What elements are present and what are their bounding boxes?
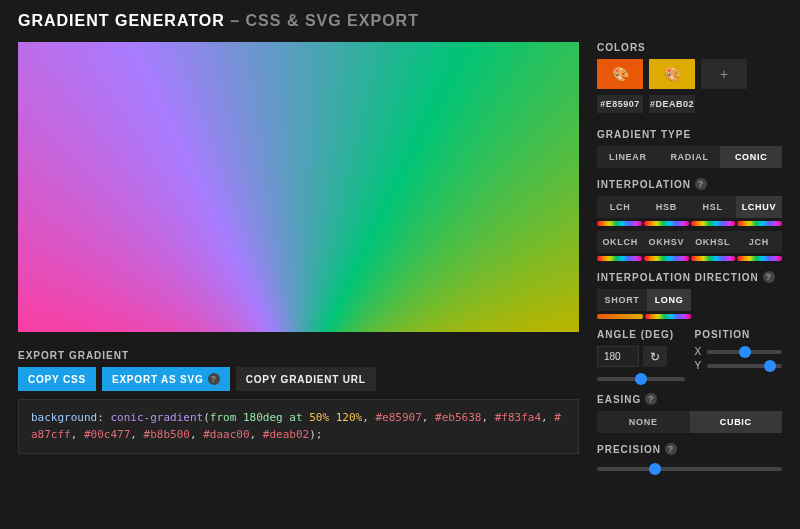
export-label: EXPORT GRADIENT	[18, 350, 579, 361]
rainbow-strip	[597, 314, 643, 319]
hex-chip-0[interactable]: #E85907	[597, 95, 643, 113]
colors-section: COLORS 🎨 🎨 + #E85907 #DEAB02	[597, 42, 782, 119]
gradient-type-radial[interactable]: RADIAL	[659, 146, 721, 168]
rainbow-strip	[691, 256, 736, 261]
rainbow-strip	[737, 221, 782, 226]
color-swatch-0[interactable]: 🎨	[597, 59, 643, 89]
position-x-slider[interactable]	[707, 350, 782, 354]
gradient-type-linear[interactable]: LINEAR	[597, 146, 659, 168]
interp-hsb[interactable]: HSB	[643, 196, 689, 218]
interpolation-label: INTERPOLATION?	[597, 178, 782, 190]
sidebar: COLORS 🎨 🎨 + #E85907 #DEAB02 GRADIENT TY…	[597, 42, 782, 473]
rainbow-strip	[644, 256, 689, 261]
code-hex: #e85907	[375, 411, 421, 424]
export-svg-label: EXPORT AS SVG	[112, 374, 204, 385]
copy-url-button[interactable]: COPY GRADIENT URL	[236, 367, 376, 391]
code-at-kw: at	[289, 411, 302, 424]
easing-label: EASING?	[597, 393, 782, 405]
interp-hsl[interactable]: HSL	[690, 196, 736, 218]
title-main: GRADIENT GENERATOR	[18, 12, 225, 29]
code-cx: 50%	[309, 411, 329, 424]
rotate-button[interactable]: ↻	[643, 346, 667, 367]
rainbow-strip	[691, 221, 736, 226]
interp-dir-short[interactable]: SHORT	[597, 289, 647, 311]
interp-okhsv[interactable]: OKHSV	[643, 231, 689, 253]
interp-lchuv[interactable]: LCHUV	[736, 196, 782, 218]
precision-section: PRECISION?	[597, 443, 782, 473]
rainbow-strip	[737, 256, 782, 261]
help-icon: ?	[645, 393, 657, 405]
help-icon: ?	[695, 178, 707, 190]
main-column: EXPORT GRADIENT COPY CSS EXPORT AS SVG ?…	[18, 42, 579, 473]
code-hex: #00c477	[84, 428, 130, 441]
interp-direction-label: INTERPOLATION DIRECTION?	[597, 271, 782, 283]
code-output[interactable]: background: conic-gradient(from 180deg a…	[18, 399, 579, 454]
rainbow-strip	[597, 221, 642, 226]
page-title: GRADIENT GENERATOR – CSS & SVG EXPORT	[18, 12, 782, 30]
interp-dir-seg: SHORT LONG	[597, 289, 691, 311]
angle-section: ANGLE (DEG) ↻	[597, 329, 685, 383]
add-color-button[interactable]: +	[701, 59, 747, 89]
easing-cubic[interactable]: CUBIC	[690, 411, 783, 433]
easing-seg: NONE CUBIC	[597, 411, 782, 433]
position-y-label: Y	[695, 360, 702, 371]
export-svg-button[interactable]: EXPORT AS SVG ?	[102, 367, 230, 391]
color-swatch-1[interactable]: 🎨	[649, 59, 695, 89]
copy-css-button[interactable]: COPY CSS	[18, 367, 96, 391]
rainbow-strip	[644, 221, 689, 226]
gradient-type-seg: LINEAR RADIAL CONIC	[597, 146, 782, 168]
interp-row1: LCH HSB HSL LCHUV	[597, 196, 782, 218]
position-section: POSITION X Y	[695, 329, 783, 383]
title-subtitle: – CSS & SVG EXPORT	[225, 12, 419, 29]
code-hex: #eb5638	[435, 411, 481, 424]
position-label: POSITION	[695, 329, 783, 340]
code-from-deg: 180deg	[243, 411, 283, 424]
interp-jch[interactable]: JCH	[736, 231, 782, 253]
palette-icon: 🎨	[612, 66, 629, 82]
interp-lch[interactable]: LCH	[597, 196, 643, 218]
rotate-icon: ↻	[650, 350, 660, 364]
code-function: conic-gradient	[110, 411, 203, 424]
angle-label: ANGLE (DEG)	[597, 329, 685, 340]
hex-chip-1[interactable]: #DEAB02	[649, 95, 695, 113]
angle-slider[interactable]	[597, 377, 685, 381]
interp-dir-preview	[597, 314, 691, 319]
gradient-type-label: GRADIENT TYPE	[597, 129, 782, 140]
gradient-type-section: GRADIENT TYPE LINEAR RADIAL CONIC	[597, 129, 782, 168]
interp-preview-row1	[597, 221, 782, 226]
code-hex: #f83fa4	[495, 411, 541, 424]
help-icon: ?	[763, 271, 775, 283]
code-cy: 120%	[336, 411, 363, 424]
easing-none[interactable]: NONE	[597, 411, 690, 433]
colors-label: COLORS	[597, 42, 782, 53]
gradient-type-conic[interactable]: CONIC	[720, 146, 782, 168]
rainbow-strip	[597, 256, 642, 261]
position-x-label: X	[695, 346, 702, 357]
info-icon: ?	[208, 373, 220, 385]
code-hex: #deab02	[263, 428, 309, 441]
interp-oklch[interactable]: OKLCH	[597, 231, 643, 253]
help-icon: ?	[665, 443, 677, 455]
rainbow-strip	[645, 314, 691, 319]
angle-input[interactable]	[597, 346, 639, 367]
code-hex: #daac00	[203, 428, 249, 441]
interp-preview-row2	[597, 256, 782, 261]
easing-section: EASING? NONE CUBIC	[597, 393, 782, 433]
code-hex: #b8b500	[144, 428, 190, 441]
code-from-kw: from	[210, 411, 237, 424]
interpolation-section: INTERPOLATION? LCH HSB HSL LCHUV OKLCH O…	[597, 178, 782, 261]
precision-label: PRECISION?	[597, 443, 782, 455]
precision-slider[interactable]	[597, 467, 782, 471]
gradient-preview	[18, 42, 579, 332]
interp-dir-long[interactable]: LONG	[647, 289, 691, 311]
code-property: background	[31, 411, 97, 424]
interp-row2: OKLCH OKHSV OKHSL JCH	[597, 231, 782, 253]
palette-icon: 🎨	[664, 66, 681, 82]
interp-okhsl[interactable]: OKHSL	[690, 231, 736, 253]
plus-icon: +	[720, 66, 728, 82]
position-y-slider[interactable]	[707, 364, 782, 368]
interp-direction-section: INTERPOLATION DIRECTION? SHORT LONG	[597, 271, 782, 319]
